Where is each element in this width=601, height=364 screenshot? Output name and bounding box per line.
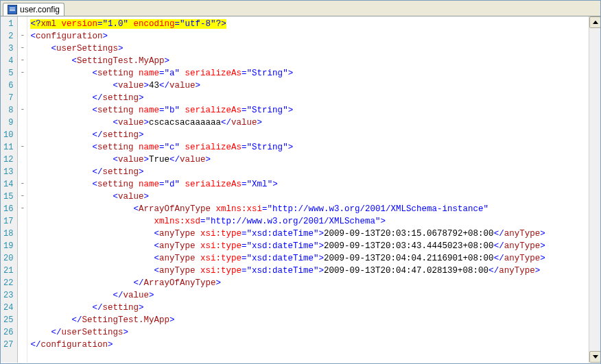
fold-toggle[interactable]: - <box>18 53 27 66</box>
code-line[interactable]: <SettingTest.MyApp> <box>30 55 589 67</box>
fold-spacer <box>18 263 27 276</box>
vertical-scrollbar[interactable] <box>589 16 600 363</box>
tab-label: user.config <box>20 5 60 14</box>
code-line[interactable]: xmlns:xsd="http://www.w3.org/2001/XMLSch… <box>30 215 589 228</box>
code-line[interactable]: </configuration> <box>30 339 589 351</box>
fold-spacer <box>18 325 27 337</box>
fold-spacer <box>18 165 27 177</box>
line-number: 25 <box>3 314 13 326</box>
fold-toggle[interactable]: - <box>18 66 27 78</box>
line-number: 10 <box>3 129 13 141</box>
code-line[interactable]: <value> <box>30 191 589 203</box>
fold-spacer <box>18 90 27 103</box>
code-line[interactable]: </ArrayOfAnyType> <box>30 277 589 289</box>
line-number: 8 <box>3 104 13 117</box>
fold-spacer <box>18 16 27 29</box>
tab-user-config[interactable]: user.config <box>3 3 64 16</box>
line-number: 6 <box>3 80 13 92</box>
fold-toggle[interactable]: - <box>18 41 27 53</box>
fold-spacer <box>18 337 27 350</box>
code-line[interactable]: </value> <box>30 289 589 302</box>
code-line[interactable]: </setting> <box>30 302 589 314</box>
code-line[interactable]: </userSettings> <box>30 326 589 339</box>
line-number: 5 <box>3 67 13 80</box>
line-number: 9 <box>3 117 13 129</box>
fold-gutter: --------- <box>18 16 27 363</box>
code-line[interactable]: <value>True</value> <box>30 154 589 166</box>
code-line[interactable]: <setting name="d" serializeAs="Xml"> <box>30 178 589 191</box>
code-line[interactable]: <anyType xsi:type="xsd:dateTime">2009-09… <box>30 240 589 252</box>
fold-spacer <box>18 313 27 325</box>
fold-spacer <box>18 78 27 90</box>
chevron-down-icon <box>593 355 598 359</box>
line-number: 3 <box>3 43 13 55</box>
fold-spacer <box>18 251 27 263</box>
line-number: 24 <box>3 302 13 314</box>
line-number: 20 <box>3 252 13 265</box>
code-line[interactable]: <setting name="c" serializeAs="String"> <box>30 141 589 154</box>
tab-bar: user.config <box>1 1 600 16</box>
code-line[interactable]: </setting> <box>30 166 589 178</box>
code-line[interactable]: <anyType xsi:type="xsd:dateTime">2009-09… <box>30 252 589 265</box>
code-line[interactable]: </SettingTest.MyApp> <box>30 314 589 326</box>
line-number: 23 <box>3 289 13 302</box>
fold-spacer <box>18 226 27 239</box>
fold-spacer <box>18 115 27 128</box>
fold-spacer <box>18 128 27 140</box>
scroll-down-button[interactable] <box>589 351 600 363</box>
line-number: 4 <box>3 55 13 67</box>
fold-spacer <box>18 214 27 226</box>
line-number: 19 <box>3 240 13 252</box>
line-number: 21 <box>3 265 13 277</box>
code-line[interactable]: </setting> <box>30 92 589 104</box>
line-number: 7 <box>3 92 13 104</box>
fold-spacer <box>18 288 27 300</box>
code-line[interactable]: </setting> <box>30 129 589 141</box>
line-number: 15 <box>3 191 13 203</box>
fold-spacer <box>18 300 27 313</box>
code-line[interactable]: <value>cscacsacaaaaaa</value> <box>30 117 589 129</box>
line-number: 17 <box>3 215 13 228</box>
fold-toggle[interactable]: - <box>18 189 27 202</box>
fold-toggle[interactable]: - <box>18 202 27 214</box>
file-icon <box>8 5 17 14</box>
code-line[interactable]: <userSettings> <box>30 43 589 55</box>
code-line[interactable]: <ArrayOfAnyType xmlns:xsi="http://www.w3… <box>30 203 589 215</box>
code-line[interactable]: <setting name="a" serializeAs="String"> <box>30 67 589 80</box>
line-number: 12 <box>3 154 13 166</box>
code-line[interactable]: <value>43</value> <box>30 80 589 92</box>
chevron-up-icon <box>593 21 598 24</box>
code-line[interactable]: <setting name="b" serializeAs="String"> <box>30 104 589 117</box>
line-number: 26 <box>3 326 13 339</box>
line-number: 13 <box>3 166 13 178</box>
editor: 1234567891011121314151617181920212223242… <box>1 16 600 363</box>
line-number-gutter: 1234567891011121314151617181920212223242… <box>1 16 18 363</box>
line-number: 16 <box>3 203 13 215</box>
fold-toggle[interactable]: - <box>18 103 27 115</box>
fold-spacer <box>18 152 27 165</box>
code-line[interactable]: <anyType xsi:type="xsd:dateTime">2009-09… <box>30 265 589 277</box>
line-number: 27 <box>3 339 13 351</box>
fold-toggle[interactable]: - <box>18 29 27 41</box>
line-number: 22 <box>3 277 13 289</box>
line-number: 11 <box>3 141 13 154</box>
fold-toggle[interactable]: - <box>18 140 27 152</box>
line-number: 14 <box>3 178 13 191</box>
code-area[interactable]: <?xml version="1.0" encoding="utf-8"?><c… <box>27 16 589 363</box>
code-line[interactable]: <?xml version="1.0" encoding="utf-8"?> <box>30 18 589 30</box>
fold-spacer <box>18 276 27 288</box>
line-number: 18 <box>3 228 13 240</box>
code-line[interactable]: <anyType xsi:type="xsd:dateTime">2009-09… <box>30 228 589 240</box>
line-number: 1 <box>3 18 13 30</box>
code-line[interactable]: <configuration> <box>30 30 589 43</box>
fold-spacer <box>18 239 27 251</box>
scroll-up-button[interactable] <box>589 16 600 28</box>
fold-toggle[interactable]: - <box>18 177 27 189</box>
line-number: 2 <box>3 30 13 43</box>
